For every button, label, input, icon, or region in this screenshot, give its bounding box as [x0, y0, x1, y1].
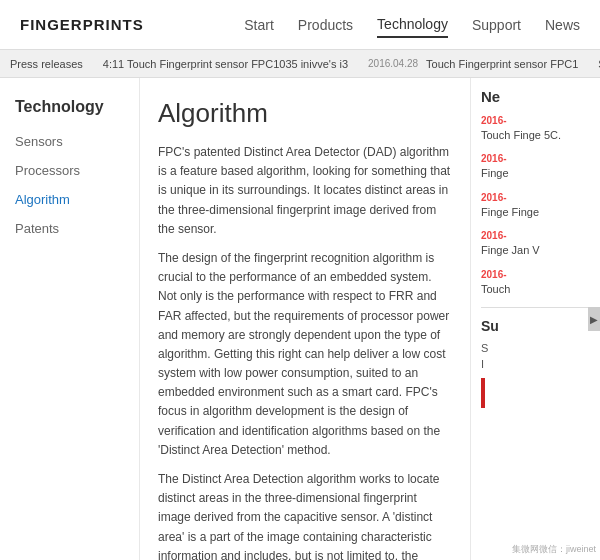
header: FINGERPRINTS StartProductsTechnologySupp…	[0, 0, 600, 50]
news-text: Touch	[481, 282, 590, 297]
nav-item-products[interactable]: Products	[298, 13, 353, 37]
main-nav: StartProductsTechnologySupportNews	[244, 12, 580, 38]
news-item: 2016-Finge Jan V	[481, 230, 590, 258]
content-paragraph: The Distinct Area Detection algorithm wo…	[158, 470, 452, 560]
page-title: Algorithm	[158, 98, 452, 129]
news-date: 2016-	[481, 192, 590, 203]
sub-title: Su	[481, 318, 590, 334]
news-date: 2016-	[481, 153, 590, 164]
sidebar: Technology SensorsProcessorsAlgorithmPat…	[0, 78, 140, 560]
news-date: 2016-	[481, 269, 590, 280]
ticker-item: 4:11 Touch Fingerprint sensor FPC1035 in…	[103, 58, 348, 70]
content-area: Algorithm FPC's patented Distinct Area D…	[140, 78, 470, 560]
logo: FINGERPRINTS	[20, 16, 144, 33]
news-text: Finge Finge	[481, 205, 590, 220]
news-date: 2016-	[481, 230, 590, 241]
scroll-right-arrow[interactable]: ▶	[588, 307, 600, 331]
news-list: 2016-Touch Finge 5C.2016-Finge2016-Finge…	[481, 115, 590, 297]
news-item: 2016-Finge	[481, 153, 590, 181]
watermark: 集微网微信：jiweinet	[512, 543, 596, 556]
news-item: 2016-Touch Finge 5C.	[481, 115, 590, 143]
red-bar	[481, 378, 485, 408]
nav-item-news[interactable]: News	[545, 13, 580, 37]
right-divider	[481, 307, 590, 308]
sidebar-item-algorithm[interactable]: Algorithm	[15, 190, 124, 209]
nav-item-support[interactable]: Support	[472, 13, 521, 37]
ticker-item: Press releases	[10, 58, 83, 70]
sidebar-item-patents[interactable]: Patents	[15, 219, 124, 238]
content-paragraph: FPC's patented Distinct Area Detector (D…	[158, 143, 452, 239]
news-text: Finge Jan V	[481, 243, 590, 258]
sidebar-item-processors[interactable]: Processors	[15, 161, 124, 180]
main-layout: Technology SensorsProcessorsAlgorithmPat…	[0, 78, 600, 560]
ticker-bar: Press releases 4:11 Touch Fingerprint se…	[0, 50, 600, 78]
content-body: FPC's patented Distinct Area Detector (D…	[158, 143, 452, 560]
news-date: 2016-	[481, 115, 590, 126]
content-paragraph: The design of the fingerprint recognitio…	[158, 249, 452, 460]
nav-item-start[interactable]: Start	[244, 13, 274, 37]
ticker-item: 2016.04.28 Touch Fingerprint sensor FPC1	[368, 58, 578, 70]
right-panel: Ne 2016-Touch Finge 5C.2016-Finge2016-Fi…	[470, 78, 600, 560]
news-text: Touch Finge 5C.	[481, 128, 590, 143]
sidebar-title: Technology	[15, 98, 124, 116]
sub-item: I	[481, 358, 590, 370]
sub-item: S	[481, 342, 590, 354]
sidebar-nav: SensorsProcessorsAlgorithmPatents	[15, 132, 124, 238]
right-panel-title: Ne	[481, 88, 590, 105]
nav-item-technology[interactable]: Technology	[377, 12, 448, 38]
news-text: Finge	[481, 166, 590, 181]
news-item: 2016-Finge Finge	[481, 192, 590, 220]
sidebar-item-sensors[interactable]: Sensors	[15, 132, 124, 151]
news-item: 2016-Touch	[481, 269, 590, 297]
